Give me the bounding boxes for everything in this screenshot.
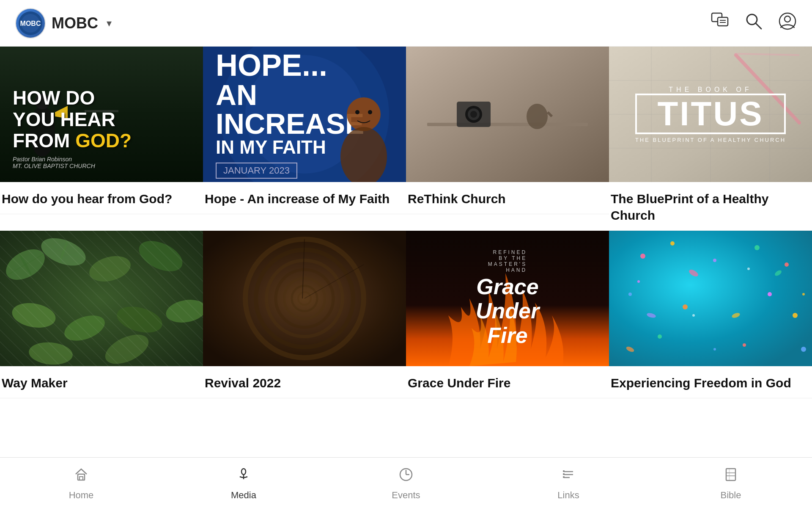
card-2-image: HOPE... AN INCREASE IN MY FAITH JANUARY … <box>203 47 406 182</box>
svg-point-77 <box>658 334 662 339</box>
svg-line-54 <box>7 254 44 275</box>
card-experiencing-freedom[interactable]: Experiencing Freedom in God <box>609 231 812 398</box>
card-5-title: Way Maker <box>0 366 203 398</box>
svg-point-92 <box>241 469 246 475</box>
svg-rect-67 <box>609 231 812 366</box>
card-2-an: AN <box>216 80 257 109</box>
svg-point-73 <box>628 293 632 296</box>
bible-icon <box>723 467 739 486</box>
svg-line-55 <box>44 245 83 259</box>
svg-point-51 <box>164 297 203 326</box>
svg-point-50 <box>114 302 165 337</box>
titus-box: THE BOOK OF TITUS THE BLUEPRINT OF A HEA… <box>635 86 786 143</box>
svg-point-10 <box>785 16 790 22</box>
search-icon[interactable] <box>744 12 763 34</box>
svg-rect-41 <box>0 231 203 366</box>
svg-point-71 <box>754 245 760 250</box>
app-header: MOBC MOBC ▾ <box>0 0 812 47</box>
card-blueprint[interactable]: THE BOOK OF TITUS THE BLUEPRINT OF A HEA… <box>609 47 812 231</box>
card-how-do-you-hear[interactable]: HOW DOYOU HEARFROM GOD? Pastor Brian Rob… <box>0 47 203 231</box>
chevron-down-icon: ▾ <box>107 17 112 29</box>
card-3-image <box>406 47 609 182</box>
svg-point-42 <box>1 243 50 286</box>
titus-book-of-label: THE BOOK OF <box>635 86 786 94</box>
nav-bible-label: Bible <box>721 490 741 501</box>
svg-point-53 <box>101 329 153 366</box>
nav-events[interactable]: Events <box>372 467 440 501</box>
nav-links[interactable]: Links <box>535 467 602 501</box>
svg-point-20 <box>347 97 381 131</box>
chat-icon[interactable] <box>710 12 729 34</box>
svg-rect-103 <box>726 469 735 480</box>
svg-point-68 <box>640 254 645 259</box>
media-icon <box>236 467 252 486</box>
svg-point-88 <box>802 293 805 295</box>
svg-point-52 <box>28 341 74 366</box>
org-logo: MOBC <box>15 8 46 39</box>
card-8-image <box>609 231 812 366</box>
card-1-line1: HOW DOYOU HEARFROM GOD? <box>13 87 195 152</box>
bottom-nav: Home Media Events <box>0 457 812 508</box>
card-6-title: Revival 2022 <box>203 366 406 398</box>
svg-point-43 <box>18 254 32 275</box>
home-icon <box>73 467 89 486</box>
card-3-title: ReThink Church <box>406 182 609 214</box>
svg-point-87 <box>637 280 640 283</box>
svg-point-49 <box>61 310 108 345</box>
svg-point-75 <box>768 292 772 296</box>
svg-point-74 <box>683 304 688 309</box>
svg-point-47 <box>134 235 187 278</box>
account-icon[interactable] <box>778 12 797 34</box>
svg-point-23 <box>368 110 372 114</box>
svg-rect-106 <box>729 469 730 480</box>
titus-title-label: TITUS <box>635 94 786 134</box>
card-7-refined: REFINEDBY THEMASTER'SHAND <box>488 249 527 273</box>
card-7-image: REFINEDBY THEMASTER'SHAND GraceUnderFire <box>406 231 609 366</box>
svg-point-46 <box>86 252 133 286</box>
org-selector[interactable]: MOBC MOBC ▾ <box>15 8 112 39</box>
svg-point-89 <box>713 348 716 351</box>
card-rethink[interactable]: ReThink Church <box>406 47 609 231</box>
card-2-title: Hope - An increase of My Faith <box>203 182 406 214</box>
nav-home-label: Home <box>69 490 94 501</box>
card-8-title: Experiencing Freedom in God <box>609 366 812 398</box>
svg-rect-25 <box>427 123 588 126</box>
card-grace-under-fire[interactable]: REFINEDBY THEMASTER'SHAND GraceUnderFire… <box>406 231 609 398</box>
svg-point-70 <box>713 259 716 262</box>
svg-point-76 <box>793 313 798 318</box>
header-actions <box>710 12 797 34</box>
svg-point-79 <box>801 347 806 352</box>
svg-point-69 <box>670 241 675 246</box>
svg-rect-4 <box>718 17 728 26</box>
nav-bible[interactable]: Bible <box>697 467 765 501</box>
card-4-image: THE BOOK OF TITUS THE BLUEPRINT OF A HEA… <box>609 47 812 182</box>
card-7-title: Grace Under Fire <box>406 366 609 398</box>
card-hope[interactable]: HOPE... AN INCREASE IN MY FAITH JANUARY … <box>203 47 406 231</box>
card-7-overlay: REFINEDBY THEMASTER'SHAND GraceUnderFire <box>406 231 609 366</box>
nav-media[interactable]: Media <box>210 467 277 501</box>
svg-point-86 <box>692 314 695 317</box>
main-content: HOW DOYOU HEARFROM GOD? Pastor Brian Rob… <box>0 47 812 458</box>
card-2-date: JANUARY 2023 <box>216 163 297 179</box>
card-1-image: HOW DOYOU HEARFROM GOD? Pastor Brian Rob… <box>0 47 203 182</box>
svg-point-48 <box>10 300 58 331</box>
svg-point-72 <box>785 262 789 267</box>
nav-media-label: Media <box>231 490 256 501</box>
svg-point-21 <box>340 127 387 182</box>
svg-point-22 <box>355 110 359 114</box>
nav-home[interactable]: Home <box>47 467 115 501</box>
card-2-hope: HOPE... <box>216 50 327 80</box>
org-name-label: MOBC <box>52 14 98 32</box>
card-revival[interactable]: Revival 2022 <box>203 231 406 398</box>
card-4-overlay: THE BOOK OF TITUS THE BLUEPRINT OF A HEA… <box>609 47 812 182</box>
svg-point-44 <box>38 233 90 271</box>
svg-point-29 <box>470 111 477 118</box>
card-5-image <box>0 231 203 366</box>
nav-events-label: Events <box>392 490 420 501</box>
svg-rect-100 <box>563 470 565 472</box>
card-way-maker[interactable]: Way Maker <box>0 231 203 398</box>
nav-links-label: Links <box>557 490 579 501</box>
svg-point-45 <box>58 241 68 263</box>
card-2-person <box>334 89 393 182</box>
card-6-image <box>203 231 406 366</box>
